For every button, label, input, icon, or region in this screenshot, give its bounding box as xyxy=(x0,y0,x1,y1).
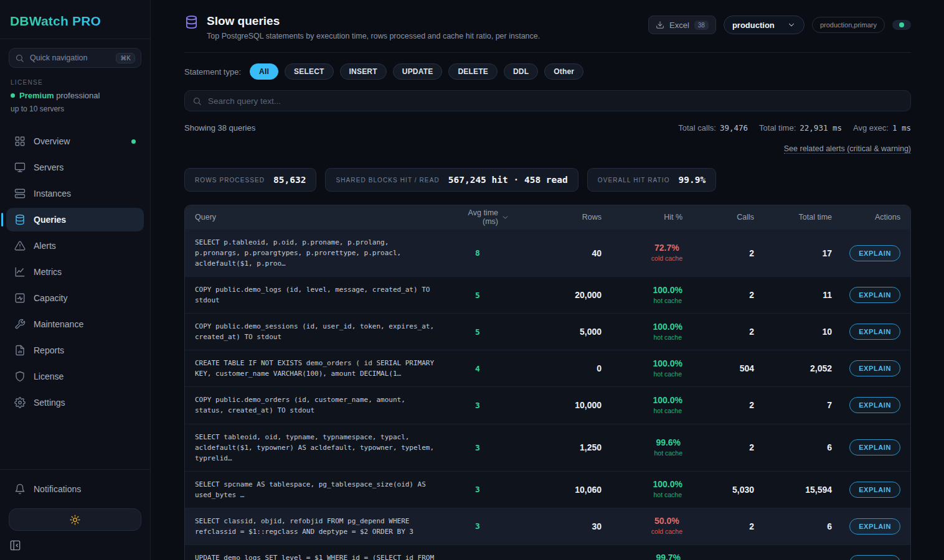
statement-filter-select[interactable]: SELECT xyxy=(285,63,334,80)
column-header-avg-time[interactable]: Avg time (ms) xyxy=(452,208,509,226)
stat-card: SHARED BLOCKS HIT / READ 567,245 hit · 4… xyxy=(325,168,578,192)
explain-button[interactable]: EXPLAIN xyxy=(849,397,900,413)
calls-value: 2 xyxy=(682,400,754,410)
sort-chevron-down-icon xyxy=(501,213,509,222)
query-search-input[interactable] xyxy=(208,96,903,106)
sidebar-item-metrics[interactable]: Metrics xyxy=(6,260,144,284)
license-panel: LICENSE Premium professional up to 10 se… xyxy=(11,79,139,113)
avg-time-value: 5 xyxy=(452,327,509,337)
total-time-value: 17 xyxy=(754,248,832,258)
query-text: SELECT tableoid, oid, typname, typnamesp… xyxy=(195,432,452,464)
cache-label: cold cache xyxy=(651,528,682,535)
excel-count-badge: 38 xyxy=(694,21,709,30)
statement-filter-update[interactable]: UPDATE xyxy=(393,63,443,80)
divider xyxy=(0,39,150,39)
query-row[interactable]: SELECT spcname AS tablespace, pg_tablesp… xyxy=(185,471,910,508)
explain-button[interactable]: EXPLAIN xyxy=(849,518,900,534)
collapse-sidebar-button[interactable] xyxy=(9,539,21,551)
query-text: COPY public.demo_sessions (id, user_id, … xyxy=(195,321,452,342)
total-time-value: 6 xyxy=(754,442,832,452)
statement-filter-ddl[interactable]: DDL xyxy=(504,63,538,80)
sidebar-item-overview[interactable]: Overview xyxy=(6,129,144,153)
license-limit: up to 10 servers xyxy=(11,105,139,113)
explain-button[interactable]: EXPLAIN xyxy=(849,555,900,560)
explain-button[interactable]: EXPLAIN xyxy=(849,439,900,455)
statement-filter-delete[interactable]: DELETE xyxy=(448,63,498,80)
hit-percent: 100.0% xyxy=(653,395,682,405)
explain-button[interactable]: EXPLAIN xyxy=(849,287,900,303)
query-row[interactable]: SELECT tableoid, oid, typname, typnamesp… xyxy=(185,424,910,471)
column-header-actions: Actions xyxy=(832,213,900,222)
sidebar-item-instances[interactable]: Instances xyxy=(6,182,144,205)
total-time-value: 15,594 xyxy=(754,485,832,495)
calls-value: 2 xyxy=(682,442,754,452)
related-alerts-link[interactable]: See related alerts (critical & warning) xyxy=(784,144,911,154)
total-time-value: 6 xyxy=(754,521,832,531)
explain-button[interactable]: EXPLAIN xyxy=(849,245,900,261)
sidebar-footer: Notifications xyxy=(0,469,150,560)
export-excel-button[interactable]: Excel 38 xyxy=(648,16,716,34)
cache-label: hot cache xyxy=(653,370,682,378)
stat-card: OVERALL HIT RATIO 99.9% xyxy=(587,168,716,192)
column-header-total-time[interactable]: Total time xyxy=(754,213,832,222)
sun-icon xyxy=(70,515,80,525)
theme-toggle-button[interactable] xyxy=(9,508,141,531)
sidebar-item-capacity[interactable]: Capacity xyxy=(6,286,144,310)
cache-label: hot cache xyxy=(653,491,682,498)
query-row[interactable]: COPY public.demo_orders (id, customer_na… xyxy=(185,386,910,423)
quick-navigation-button[interactable]: Quick navigation ⌘K xyxy=(9,48,141,68)
statement-filter-other[interactable]: Other xyxy=(544,63,583,80)
license-plan: professional xyxy=(56,91,100,100)
statement-type-filters: Statement type: AllSELECTINSERTUPDATEDEL… xyxy=(184,63,911,80)
sidebar-item-queries[interactable]: Queries xyxy=(6,208,144,231)
query-row[interactable]: SELECT p.tableoid, p.oid, p.proname, p.p… xyxy=(185,229,910,276)
environment-select[interactable]: production xyxy=(724,16,805,34)
cache-label: hot cache xyxy=(653,297,682,304)
license-status-dot xyxy=(11,93,15,98)
sidebar-item-servers[interactable]: Servers xyxy=(6,156,144,179)
summary-total: Total calls: 39,476 xyxy=(678,123,748,133)
gauge-icon xyxy=(14,292,26,304)
query-row[interactable]: COPY public.demo_logs (id, level, messag… xyxy=(185,276,910,313)
calls-value: 5,030 xyxy=(682,485,754,495)
sidebar-item-license[interactable]: License xyxy=(6,365,144,388)
query-row[interactable]: CREATE TABLE IF NOT EXISTS demo_orders (… xyxy=(185,350,910,386)
statement-filter-all[interactable]: All xyxy=(250,63,278,80)
rows-value: 40 xyxy=(509,248,602,258)
sidebar-item-alerts[interactable]: Alerts xyxy=(6,234,144,258)
avg-time-value: 3 xyxy=(452,443,509,452)
avg-time-value: 3 xyxy=(452,485,509,494)
column-header-query[interactable]: Query xyxy=(195,213,452,222)
query-row[interactable]: COPY public.demo_sessions (id, user_id, … xyxy=(185,313,910,350)
explain-button[interactable]: EXPLAIN xyxy=(849,324,900,340)
main-content: Slow queries Top PostgreSQL statements b… xyxy=(151,0,944,560)
statement-filter-insert[interactable]: INSERT xyxy=(340,63,387,80)
activity-dot xyxy=(131,139,136,144)
connection-status-toggle[interactable] xyxy=(892,20,911,30)
query-text: CREATE TABLE IF NOT EXISTS demo_orders (… xyxy=(195,358,452,379)
hit-percent: 99.6% xyxy=(654,437,682,447)
column-header-hit[interactable]: Hit % xyxy=(602,213,682,222)
sidebar-item-maintenance[interactable]: Maintenance xyxy=(6,312,144,336)
database-icon xyxy=(184,15,199,32)
rows-value: 1,250 xyxy=(509,442,602,452)
environment-selected: production xyxy=(732,21,775,30)
divider xyxy=(184,52,911,53)
explain-button[interactable]: EXPLAIN xyxy=(849,482,900,498)
hit-percent: 100.0% xyxy=(653,285,682,295)
wrench-icon xyxy=(14,319,26,330)
notifications-button[interactable]: Notifications xyxy=(6,477,144,501)
query-row[interactable]: UPDATE demo_logs SET level = $1 WHERE id… xyxy=(185,544,910,560)
explain-button[interactable]: EXPLAIN xyxy=(849,360,900,376)
page-title: Slow queries xyxy=(207,14,540,28)
rows-value: 5,000 xyxy=(509,327,602,337)
column-header-calls[interactable]: Calls xyxy=(682,213,754,222)
rows-value: 10,060 xyxy=(509,485,602,495)
sidebar-item-reports[interactable]: Reports xyxy=(6,338,144,362)
query-row[interactable]: SELECT classid, objid, refobjid FROM pg_… xyxy=(185,508,910,544)
sidebar-item-settings[interactable]: Settings xyxy=(6,391,144,414)
calls-value: 2 xyxy=(682,248,754,258)
grid-icon xyxy=(14,136,26,147)
column-header-rows[interactable]: Rows xyxy=(509,213,602,222)
query-search[interactable] xyxy=(184,90,911,111)
